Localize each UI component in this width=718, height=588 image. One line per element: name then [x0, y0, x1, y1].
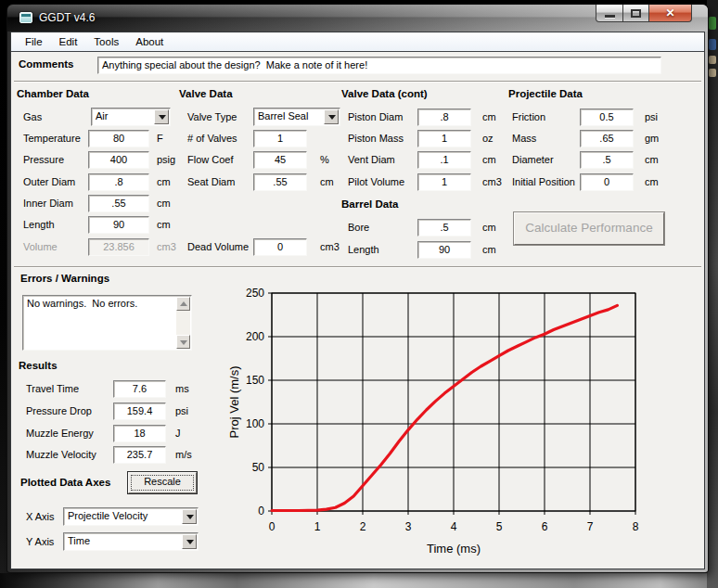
- piston-diam-input[interactable]: .8: [417, 109, 471, 126]
- svg-text:100: 100: [246, 417, 264, 430]
- rescale-button[interactable]: Rescale: [128, 472, 197, 493]
- seat-diam-input[interactable]: .55: [253, 173, 307, 191]
- svg-text:250: 250: [246, 287, 264, 300]
- menu-about[interactable]: About: [127, 34, 172, 49]
- barrel-length-input[interactable]: 90: [417, 241, 471, 259]
- comments-input[interactable]: Anything special about the design? Make …: [97, 57, 661, 74]
- separator-top: [14, 81, 701, 83]
- close-button[interactable]: ✕: [649, 5, 692, 22]
- mass-input[interactable]: .65: [580, 130, 634, 147]
- app-icon: [19, 12, 32, 23]
- bore-label: Bore: [348, 222, 369, 233]
- close-icon: ✕: [649, 6, 691, 19]
- y-axis-combo-button[interactable]: [182, 534, 197, 549]
- vent-diam-input[interactable]: .1: [417, 151, 471, 169]
- scroll-down-button[interactable]: [176, 335, 190, 349]
- svg-text:Time (ms): Time (ms): [427, 542, 481, 556]
- mass-label: Mass: [512, 133, 536, 144]
- svg-text:4: 4: [451, 520, 457, 533]
- chevron-down-icon: [159, 115, 166, 120]
- svg-text:50: 50: [252, 461, 265, 474]
- minimize-button[interactable]: [596, 5, 623, 22]
- window-title: GGDT v4.6: [39, 11, 95, 24]
- x-axis-label: X Axis: [26, 511, 55, 522]
- menu-tools[interactable]: Tools: [85, 34, 127, 49]
- pressure-input[interactable]: 400: [88, 151, 149, 169]
- errors-scrollbar[interactable]: [176, 297, 190, 349]
- chevron-down-icon: [186, 515, 194, 519]
- chamber-data-title: Chamber Data: [17, 88, 89, 99]
- arrow-down-icon: [180, 340, 187, 345]
- svg-text:3: 3: [405, 520, 412, 533]
- travel-time-output: 7.6: [113, 380, 166, 398]
- menu-file[interactable]: File: [17, 34, 51, 49]
- inner-diam-label: Inner Diam: [23, 198, 73, 209]
- initial-position-input[interactable]: 0: [580, 173, 634, 191]
- desktop-edge-strip: [707, 0, 718, 588]
- arrow-up-icon: [180, 301, 187, 306]
- separator-middle: [14, 266, 701, 268]
- valve-data-cont-title: Valve Data (cont): [341, 88, 428, 99]
- gas-combo-button[interactable]: [154, 109, 169, 124]
- outer-diam-unit: cm: [157, 176, 171, 187]
- muzzle-velocity-output: 235.7: [113, 446, 166, 464]
- valve-type-combo[interactable]: Barrel Seal: [253, 108, 340, 126]
- chevron-down-icon: [328, 115, 336, 120]
- dead-volume-label: Dead Volume: [187, 241, 249, 252]
- dead-volume-input[interactable]: 0: [253, 238, 307, 256]
- calculate-performance-button[interactable]: Calculate Performance: [514, 212, 664, 245]
- inner-diam-input[interactable]: .55: [88, 195, 149, 212]
- svg-text:2: 2: [360, 520, 366, 533]
- flow-coef-input[interactable]: 45: [253, 151, 307, 169]
- x-axis-combo[interactable]: Projectile Velocity: [63, 507, 199, 526]
- seat-diam-unit: cm: [320, 176, 334, 187]
- plotted-data-axes-title: Plotted Data Axes: [20, 477, 110, 488]
- outer-diam-label: Outer Diam: [23, 176, 75, 187]
- valve-type-combo-button[interactable]: [324, 109, 339, 124]
- menu-edit[interactable]: Edit: [51, 34, 86, 49]
- scroll-up-button[interactable]: [176, 297, 190, 311]
- chamber-length-input[interactable]: 90: [88, 216, 149, 234]
- window-controls: ✕: [596, 5, 692, 22]
- num-valves-label: # of Valves: [187, 133, 237, 144]
- x-axis-combo-button[interactable]: [182, 509, 197, 524]
- num-valves-input[interactable]: 1: [253, 130, 307, 147]
- volume-label: Volume: [23, 241, 58, 252]
- results-title: Results: [19, 360, 58, 371]
- muzzle-velocity-unit: m/s: [175, 449, 192, 460]
- errors-warnings-box[interactable]: No warnings. No errors.: [22, 295, 192, 351]
- titlebar[interactable]: GGDT v4.6 ✕: [7, 5, 708, 32]
- flow-coef-label: Flow Coef: [187, 154, 234, 165]
- y-axis-value: Time: [68, 535, 90, 546]
- pressure-label: Pressure: [23, 154, 64, 165]
- piston-mass-unit: oz: [482, 133, 494, 144]
- diameter-unit: cm: [645, 154, 659, 165]
- outer-diam-input[interactable]: .8: [88, 173, 149, 191]
- pilot-volume-input[interactable]: 1: [417, 173, 471, 191]
- friction-input[interactable]: 0.5: [580, 109, 634, 126]
- diameter-input[interactable]: .5: [580, 151, 634, 169]
- bore-input[interactable]: .5: [417, 219, 471, 236]
- travel-time-label: Travel Time: [26, 383, 79, 394]
- piston-mass-input[interactable]: 1: [417, 130, 471, 147]
- svg-text:5: 5: [496, 520, 503, 533]
- piston-diam-unit: cm: [482, 111, 496, 122]
- errors-warnings-title: Errors / Warnings: [20, 273, 109, 284]
- valve-type-value: Barrel Seal: [258, 110, 308, 121]
- dead-volume-unit: cm3: [320, 241, 340, 252]
- muzzle-energy-unit: J: [175, 428, 181, 439]
- maximize-button[interactable]: [623, 5, 649, 22]
- client-area: Comments Anything special about the desi…: [11, 53, 704, 569]
- app-window: GGDT v4.6 ✕ File Edit Tools About Commen…: [7, 5, 708, 572]
- svg-text:8: 8: [633, 520, 639, 533]
- desktop-icon-sliver-tan1: [709, 56, 716, 64]
- temperature-input[interactable]: 80: [88, 130, 149, 147]
- svg-text:1: 1: [314, 520, 321, 533]
- gas-combo[interactable]: Air: [91, 108, 171, 126]
- svg-text:200: 200: [246, 330, 264, 343]
- piston-mass-label: Piston Mass: [348, 133, 404, 144]
- muzzle-energy-output: 18: [113, 425, 166, 442]
- y-axis-label: Y Axis: [26, 536, 54, 547]
- valve-data-title: Valve Data: [179, 88, 233, 99]
- y-axis-combo[interactable]: Time: [63, 532, 199, 551]
